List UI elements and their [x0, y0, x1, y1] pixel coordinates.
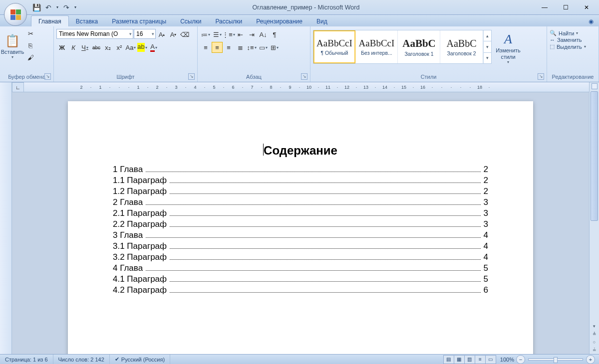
toc-line[interactable]: 1.2 Параграф 2: [113, 186, 488, 196]
vertical-ruler[interactable]: [0, 82, 12, 354]
show-marks-button[interactable]: ¶: [269, 29, 280, 40]
toc-entry-label: 2.2 Параграф: [113, 219, 169, 229]
sort-button[interactable]: A↓: [258, 29, 269, 40]
tab-selector[interactable]: ∟: [12, 82, 24, 92]
font-size-select[interactable]: 16: [134, 29, 156, 39]
tab-review[interactable]: Рецензирование: [249, 16, 309, 26]
style-no-spacing[interactable]: AaBbCcI Без интерв...: [356, 30, 398, 63]
toc-leader: [146, 204, 480, 205]
view-web-layout[interactable]: ▥: [464, 355, 475, 364]
change-styles-button[interactable]: A Изменить стили ▾: [493, 30, 523, 66]
maximize-button[interactable]: ☐: [555, 2, 576, 13]
copy-button[interactable]: ⎘: [25, 40, 36, 51]
subscript-button[interactable]: x₂: [102, 42, 113, 53]
align-center-button[interactable]: ≡: [212, 42, 223, 53]
qat-save-button[interactable]: 💾: [31, 2, 42, 13]
view-full-screen[interactable]: ▦: [454, 355, 465, 364]
styles-dialog-launcher[interactable]: ↘: [538, 73, 544, 80]
multilevel-list-button[interactable]: ⋮≡: [223, 29, 234, 40]
qat-redo-button[interactable]: ↷: [61, 2, 72, 13]
scroll-down[interactable]: ▾: [590, 322, 599, 330]
minimize-button[interactable]: —: [534, 2, 555, 13]
prev-page[interactable]: ≜: [590, 330, 599, 338]
browse-object[interactable]: ○: [590, 338, 599, 346]
paste-button[interactable]: 📋 Вставить ▾: [1, 28, 23, 64]
horizontal-ruler[interactable]: 2·1···1·2·3·4·5·6·7·8·9·10·11·12·13·14·1…: [24, 82, 589, 92]
toc-line[interactable]: 4.1 Параграф 5: [113, 274, 488, 284]
find-button[interactable]: 🔍Найти▾: [550, 30, 578, 36]
tab-home[interactable]: Главная: [31, 15, 69, 26]
scroll-thumb[interactable]: [591, 91, 598, 221]
highlight-button[interactable]: ab: [137, 42, 148, 53]
change-case-button[interactable]: Aa: [125, 42, 136, 53]
view-outline[interactable]: ≡: [475, 355, 486, 364]
zoom-value[interactable]: 100%: [500, 357, 514, 363]
ruler-toggle[interactable]: [592, 83, 598, 89]
style-row-up[interactable]: ▴: [484, 30, 491, 41]
close-button[interactable]: ✕: [576, 2, 597, 13]
document-page[interactable]: Содержание 1 Глава 21.1 Параграф 21.2 Па…: [68, 101, 533, 354]
office-button[interactable]: [2, 1, 31, 30]
toc-line[interactable]: 2.2 Параграф 3: [113, 219, 488, 229]
underline-button[interactable]: Ч: [79, 42, 90, 53]
toc-line[interactable]: 1.1 Параграф 2: [113, 176, 488, 185]
borders-button[interactable]: ⊞: [269, 42, 280, 53]
font-dialog-launcher[interactable]: ↘: [188, 73, 195, 80]
bullets-button[interactable]: ≔: [200, 29, 211, 40]
tab-mailings[interactable]: Рассылки: [208, 16, 249, 26]
bold-button[interactable]: Ж: [56, 42, 67, 53]
font-name-select[interactable]: Times New Roman (О: [56, 29, 133, 39]
toc-line[interactable]: 3 Глава 4: [113, 230, 488, 240]
replace-button[interactable]: ↔Заменить: [550, 37, 582, 43]
paragraph-dialog-launcher[interactable]: ↘: [301, 73, 307, 80]
superscript-button[interactable]: x²: [114, 42, 125, 53]
toc-line[interactable]: 3.2 Параграф 4: [113, 252, 488, 262]
align-left-button[interactable]: ≡: [200, 42, 211, 53]
toc-line[interactable]: 3.1 Параграф 4: [113, 241, 488, 251]
style-heading-1[interactable]: AaBbC Заголовок 1: [398, 30, 440, 63]
status-page[interactable]: Страница: 1 из 6: [0, 355, 53, 364]
status-words[interactable]: Число слов: 2 142: [53, 355, 110, 364]
style-heading-2[interactable]: AaBbC Заголовок 2: [441, 30, 483, 63]
next-page[interactable]: ≟: [590, 346, 599, 354]
style-more[interactable]: ▾: [484, 53, 491, 63]
select-button[interactable]: ⬚Выделить▾: [550, 43, 586, 50]
line-spacing-button[interactable]: ↕≡: [246, 42, 257, 53]
style-normal[interactable]: AaBbCcI ¶ Обычный: [313, 30, 355, 63]
clear-formatting-button[interactable]: ⌫: [179, 29, 190, 40]
justify-button[interactable]: ≣: [235, 42, 246, 53]
shading-button[interactable]: ▭: [258, 42, 269, 53]
tab-references[interactable]: Ссылки: [173, 16, 208, 26]
clipboard-dialog-launcher[interactable]: ↘: [44, 73, 51, 80]
qat-undo-drop[interactable]: ▾: [55, 2, 60, 13]
increase-indent-button[interactable]: ⇥: [246, 29, 257, 40]
tab-page-layout[interactable]: Разметка страницы: [105, 16, 173, 26]
tab-view[interactable]: Вид: [309, 16, 334, 26]
strikethrough-button[interactable]: abc: [91, 42, 102, 53]
status-language[interactable]: ✔Русский (Россия): [110, 355, 170, 364]
numbering-button[interactable]: ☰: [212, 29, 223, 40]
tab-insert[interactable]: Вставка: [69, 16, 105, 26]
zoom-in-button[interactable]: +: [586, 355, 595, 364]
qat-undo-button[interactable]: ↶: [43, 2, 54, 13]
zoom-slider[interactable]: [528, 359, 583, 361]
font-color-button[interactable]: A: [148, 42, 159, 53]
grow-font-button[interactable]: A▴: [156, 29, 167, 40]
italic-button[interactable]: К: [68, 42, 79, 53]
toc-line[interactable]: 2.1 Параграф 3: [113, 208, 488, 218]
qat-customize[interactable]: ▾: [73, 2, 78, 13]
view-print-layout[interactable]: ▤: [443, 355, 454, 364]
toc-line[interactable]: 2 Глава 3: [113, 197, 488, 207]
vertical-scrollbar[interactable]: ▴ ▾ ≜ ○ ≟: [589, 82, 599, 354]
help-icon[interactable]: ◉: [586, 16, 596, 26]
shrink-font-button[interactable]: A▾: [168, 29, 179, 40]
toc-line[interactable]: 1 Глава 2: [113, 165, 488, 175]
align-right-button[interactable]: ≡: [223, 42, 234, 53]
toc-line[interactable]: 4.2 Параграф 6: [113, 285, 488, 295]
view-draft[interactable]: ▭: [485, 355, 496, 364]
toc-line[interactable]: 4 Глава 5: [113, 263, 488, 273]
decrease-indent-button[interactable]: ⇤: [235, 29, 246, 40]
style-row-down[interactable]: ▾: [484, 41, 491, 52]
format-painter-button[interactable]: 🖌: [25, 52, 36, 63]
zoom-out-button[interactable]: −: [516, 355, 525, 364]
